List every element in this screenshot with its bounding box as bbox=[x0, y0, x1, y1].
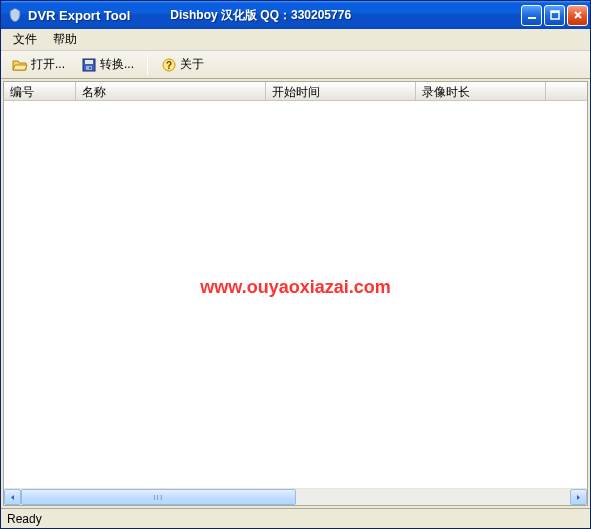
svg-rect-6 bbox=[89, 67, 91, 69]
open-button[interactable]: 打开... bbox=[5, 52, 72, 77]
list-view: 编号 名称 开始时间 录像时长 www.ouyaoxiazai.com bbox=[3, 81, 588, 506]
save-icon bbox=[81, 57, 97, 73]
app-title: DVR Export Tool bbox=[28, 8, 130, 23]
scroll-left-button[interactable] bbox=[4, 489, 21, 505]
column-header-name[interactable]: 名称 bbox=[76, 82, 266, 100]
toolbar: 打开... 转换... ? 关于 bbox=[1, 51, 590, 79]
column-header-duration[interactable]: 录像时长 bbox=[416, 82, 546, 100]
watermark-text: www.ouyaoxiazai.com bbox=[200, 276, 390, 297]
scroll-track[interactable] bbox=[21, 489, 570, 505]
column-header-number[interactable]: 编号 bbox=[4, 82, 76, 100]
about-button[interactable]: ? 关于 bbox=[154, 52, 211, 77]
list-body[interactable]: www.ouyaoxiazai.com bbox=[4, 101, 587, 488]
menubar: 文件 帮助 bbox=[1, 29, 590, 51]
app-subtitle: Dishboy 汉化版 QQ：330205776 bbox=[170, 7, 351, 24]
horizontal-scrollbar bbox=[4, 488, 587, 505]
titlebar: DVR Export Tool Dishboy 汉化版 QQ：330205776 bbox=[1, 1, 590, 29]
status-text: Ready bbox=[7, 512, 42, 526]
close-button[interactable] bbox=[567, 5, 588, 26]
svg-rect-2 bbox=[551, 11, 559, 13]
column-header-start-time[interactable]: 开始时间 bbox=[266, 82, 416, 100]
help-icon: ? bbox=[161, 57, 177, 73]
window-controls bbox=[521, 5, 588, 26]
menu-help[interactable]: 帮助 bbox=[45, 29, 85, 50]
about-label: 关于 bbox=[180, 56, 204, 73]
folder-open-icon bbox=[12, 57, 28, 73]
convert-label: 转换... bbox=[100, 56, 134, 73]
toolbar-separator bbox=[147, 55, 148, 75]
statusbar: Ready bbox=[1, 508, 590, 528]
maximize-button[interactable] bbox=[544, 5, 565, 26]
svg-rect-0 bbox=[528, 17, 536, 19]
app-window: DVR Export Tool Dishboy 汉化版 QQ：330205776… bbox=[0, 0, 591, 529]
scroll-right-button[interactable] bbox=[570, 489, 587, 505]
open-label: 打开... bbox=[31, 56, 65, 73]
svg-text:?: ? bbox=[166, 60, 172, 71]
list-header: 编号 名称 开始时间 录像时长 bbox=[4, 82, 587, 101]
scroll-thumb[interactable] bbox=[21, 489, 296, 505]
minimize-button[interactable] bbox=[521, 5, 542, 26]
svg-rect-4 bbox=[85, 60, 93, 64]
app-icon bbox=[7, 7, 23, 23]
menu-file[interactable]: 文件 bbox=[5, 29, 45, 50]
convert-button[interactable]: 转换... bbox=[74, 52, 141, 77]
